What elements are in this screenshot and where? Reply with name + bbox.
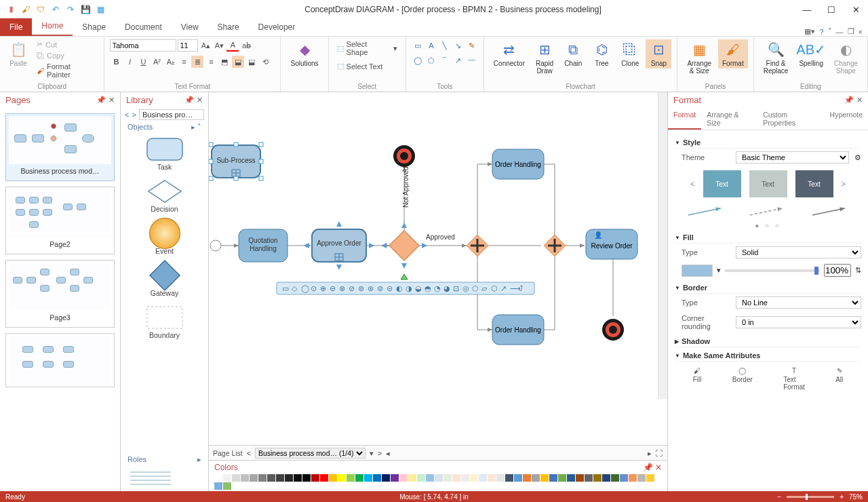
shape-review[interactable]: Review Order👤 (586, 229, 637, 259)
theme-select[interactable]: Basic Theme (736, 151, 849, 163)
same-text-button[interactable]: TText Format (783, 367, 805, 391)
swatch[interactable] (338, 474, 346, 482)
library-selector[interactable]: Business pro… (139, 109, 204, 120)
tool-bezier-icon[interactable]: 〰 (466, 54, 478, 66)
ribbon-min-icon[interactable]: ˄ (828, 27, 832, 36)
swatch[interactable] (629, 474, 637, 482)
section-border[interactable]: Border (675, 279, 861, 294)
swatch[interactable] (355, 474, 363, 482)
swatch[interactable] (558, 474, 566, 482)
undo-icon[interactable]: ↶ (50, 4, 61, 15)
format-button[interactable]: 🖌Format (718, 39, 748, 69)
solutions-button[interactable]: ◆Solutions (286, 39, 322, 69)
zoom-out-icon[interactable]: − (777, 493, 781, 501)
pagelist-prev-icon[interactable]: < (247, 449, 251, 457)
minimize-icon[interactable]: — (800, 5, 814, 15)
swatch[interactable] (505, 474, 513, 482)
maximize-icon[interactable]: ☐ (825, 5, 838, 15)
theme-prev-icon[interactable]: < (690, 180, 694, 188)
valign-bottom-icon[interactable]: ⬓ (245, 56, 258, 68)
same-border-button[interactable]: ◯Border (732, 367, 753, 391)
close-lib-icon[interactable]: ✕ (197, 96, 203, 104)
brush-icon[interactable]: 🖌 (20, 4, 31, 15)
page-thumb-4[interactable] (5, 333, 115, 387)
find-replace-button[interactable]: 🔍Find & Replace (760, 39, 793, 76)
fill-color-dd-icon[interactable]: ▾ (717, 266, 721, 275)
chain-button[interactable]: ⧉Chain (560, 39, 586, 69)
pagelist-end-icon[interactable]: ▸ (648, 449, 652, 457)
fill-type-select[interactable]: Solid (736, 246, 861, 258)
tool-conn-icon[interactable]: ↘ (452, 39, 465, 52)
swatch[interactable] (646, 474, 654, 482)
paste-button[interactable]: 📋 Paste (5, 39, 31, 69)
pagelist-select[interactable]: Business process mod… (1/4) (255, 448, 366, 459)
grid-icon[interactable]: ▦▾ (804, 27, 815, 36)
shape-subprocess[interactable]: Sub-Process (209, 142, 263, 180)
page-thumb-2[interactable]: Page2 (5, 187, 115, 254)
tool-arrow-icon[interactable]: ↗ (452, 54, 465, 66)
lib-item-boundary[interactable]: Boundary (123, 304, 205, 339)
tab-home[interactable]: Home (32, 17, 73, 36)
swatch[interactable] (488, 474, 496, 482)
swatch[interactable] (443, 474, 452, 482)
swatch[interactable] (620, 474, 628, 482)
shape-terminate-bottom[interactable] (602, 319, 624, 341)
swatch[interactable] (347, 474, 355, 482)
swatch[interactable] (241, 474, 249, 482)
lib-sub-roles[interactable]: Roles (127, 455, 146, 464)
italic-icon[interactable]: I (123, 56, 136, 68)
pagelist-dd-icon[interactable]: ▾ (370, 449, 374, 457)
same-fill-button[interactable]: 🖌Fill (693, 367, 702, 391)
pagelist-fit-icon[interactable]: ⛶ (656, 449, 663, 457)
tab-view[interactable]: View (172, 18, 208, 36)
color-swatches[interactable] (209, 474, 667, 490)
swatch[interactable] (461, 474, 469, 482)
font-select[interactable] (110, 39, 176, 52)
shield-icon[interactable]: 🛡 (35, 4, 46, 15)
shape-gateway[interactable] (381, 223, 427, 279)
tree-button[interactable]: ⌬Tree (589, 39, 614, 69)
section-fill[interactable]: Fill (675, 229, 861, 244)
swatch[interactable] (294, 474, 302, 482)
swatch[interactable] (214, 474, 222, 482)
ribbon-close-icon[interactable]: × (859, 28, 863, 36)
valign-top-icon[interactable]: ⬒ (218, 56, 231, 68)
shape-order-bottom[interactable]: Order Handling (492, 315, 544, 345)
shape-parallel-gw-1[interactable] (467, 235, 488, 256)
clone-button[interactable]: ⿻Clone (617, 39, 643, 69)
pin-icon[interactable]: 📌 (96, 96, 106, 104)
same-all-button[interactable]: ✎All (835, 367, 843, 391)
change-shape-button[interactable]: ◐Change Shape (830, 39, 862, 76)
swatch[interactable] (637, 474, 646, 482)
page-thumb-1[interactable]: Business process mod… (5, 113, 115, 181)
font-grow-icon[interactable]: A▴ (199, 39, 212, 52)
section-shadow[interactable]: Shadow (675, 333, 861, 347)
swatch[interactable] (329, 474, 337, 482)
tool-ellipse-icon[interactable]: ◯ (412, 54, 424, 66)
tool-arc-icon[interactable]: ⌒ (439, 54, 451, 66)
preview-icon[interactable]: ▦ (95, 4, 106, 15)
swatch[interactable] (532, 474, 540, 482)
diagram-canvas[interactable]: Sub-Process Quotation Handling Approve O… (209, 92, 667, 445)
fmt-tab-arrange[interactable]: Arrange & Size (701, 108, 757, 130)
shape-parallel-gw-2[interactable] (544, 235, 566, 256)
swatch[interactable] (364, 474, 372, 482)
lib-sub-roles-arrow[interactable]: ▸ (197, 455, 201, 464)
swatch[interactable] (540, 474, 549, 482)
swatch[interactable] (417, 474, 425, 482)
swatch[interactable] (223, 474, 231, 482)
fmt-tab-custom[interactable]: Custom Properties (757, 108, 824, 130)
section-style[interactable]: Style (675, 134, 861, 149)
align-right-icon[interactable]: ≡ (205, 56, 217, 68)
shape-order-top[interactable]: Order Handling (492, 149, 544, 179)
swatch[interactable] (399, 474, 408, 482)
font-size[interactable] (178, 39, 198, 52)
fmt-tab-hyper[interactable]: Hypernote (825, 108, 868, 130)
theme-tile-1[interactable]: Text (703, 170, 741, 197)
corner-select[interactable]: 0 in (736, 316, 861, 328)
swatch[interactable] (452, 474, 460, 482)
bold-icon[interactable]: B (110, 56, 122, 68)
tab-share[interactable]: Share (208, 18, 249, 36)
opacity-slider[interactable] (725, 269, 820, 272)
canvas-scrollbar[interactable] (658, 92, 667, 399)
